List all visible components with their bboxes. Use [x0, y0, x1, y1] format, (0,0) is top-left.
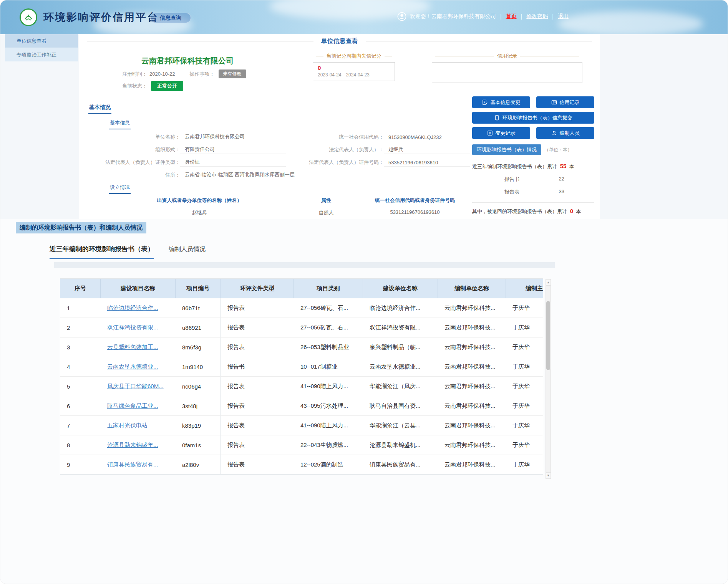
- report-submit-button[interactable]: 环境影响报告书（表）信息提交: [472, 112, 594, 124]
- sidebar-item-unit-info[interactable]: 单位信息查看: [5, 34, 78, 48]
- cell-owner: 云南农垦永德糖业...: [363, 357, 438, 376]
- unit-note: （单位：本）: [544, 147, 572, 153]
- basic-section-title: 基本情况: [88, 104, 111, 114]
- stats-total-value: 55: [560, 163, 567, 169]
- cell-owner: 沧源县勐来锦盛机...: [363, 435, 438, 455]
- cell-seq: 9: [60, 455, 101, 474]
- project-link[interactable]: 镇康县民族贸易有...: [101, 455, 176, 474]
- cell-code: nc06g4: [176, 377, 221, 396]
- page-root: 环境影响评价信用平台 信息查询 欢迎您！云南君邦环保科技有限公司 | 首页 | …: [0, 0, 728, 584]
- separator: |: [500, 13, 502, 20]
- operation-label: 操作事项：: [190, 71, 215, 78]
- cell-agency: 云南君邦环保科技...: [438, 435, 506, 455]
- button-label: 环境影响报告书（表）信息提交: [502, 114, 572, 121]
- tab-recent-reports[interactable]: 近三年编制的环境影响报告书（表）: [50, 245, 154, 259]
- change-record-button[interactable]: 变更记录: [472, 127, 530, 139]
- status-badge: 正常公开: [151, 81, 183, 91]
- cell-doctype: 报告表: [221, 298, 294, 318]
- top-header: 环境影响评价信用平台 信息查询 欢迎您！云南君邦环保科技有限公司 | 首页 | …: [0, 0, 728, 34]
- cell-doctype: 报告表: [221, 455, 294, 474]
- cell-owner: 华能澜沧江（凤庆...: [363, 377, 438, 396]
- field-label: 法定代表人（负责人）：: [286, 146, 384, 154]
- col-header-seq: 序号: [60, 279, 101, 298]
- register-value: 2020-10-22: [149, 71, 175, 77]
- cell-leader: 于庆华: [506, 416, 543, 435]
- cell-code: 1m9140: [176, 357, 221, 376]
- home-link[interactable]: 首页: [506, 13, 517, 20]
- cell-seq: 2: [60, 318, 101, 337]
- cell-code: 3st48j: [176, 396, 221, 415]
- col-header-doctype: 环评文件类型: [221, 279, 294, 298]
- project-link[interactable]: 凤庆县干口华能60M...: [101, 377, 176, 396]
- register-row: 注册时间： 2020-10-22 操作事项： 未有修改: [122, 69, 246, 78]
- stats-book-label: 报告书: [504, 176, 519, 183]
- cell-owner: 临沧边境经济合作...: [363, 298, 438, 318]
- id-card-icon: [551, 99, 557, 105]
- table-row: 1 临沧边境经济合作... 86b71t 报告表 27--056砖瓦、石... …: [60, 298, 543, 318]
- score-box: 0 2023-04-24—2024-04-23: [313, 62, 395, 81]
- logout-link[interactable]: 退出: [558, 13, 569, 20]
- establishment-col-header: 属性: [290, 197, 363, 204]
- field-value-id-number: 533521196706193610: [384, 160, 470, 167]
- info-query-button[interactable]: 信息查询: [150, 13, 191, 23]
- field-value-credit-code: 91530900MA6KLQJ232: [384, 134, 470, 141]
- col-header-category: 项目类别: [294, 279, 363, 298]
- establishment-col-header: 统一社会信用代码或者身份证件号码: [363, 197, 467, 204]
- button-label: 基本信息变更: [491, 99, 521, 106]
- stats-book-value: 22: [559, 176, 564, 183]
- reports-table-header: 序号 建设项目名称 项目编号 环评文件类型 项目类别 建设单位名称 编制单位名称…: [60, 279, 543, 298]
- cell-doctype: 报告表: [221, 396, 294, 415]
- cell-category: 27--056砖瓦、石...: [294, 318, 363, 337]
- project-link[interactable]: 云南农垦永德糖业...: [101, 357, 176, 376]
- tab-basic-info[interactable]: 基本信息: [109, 119, 131, 129]
- field-value-legal-person: 赵继兵: [384, 146, 470, 154]
- cell-doctype: 报告表: [221, 416, 294, 435]
- scrollbar-down-icon[interactable]: ▼: [546, 472, 551, 478]
- scrollbar-up-icon[interactable]: ▲: [546, 280, 551, 286]
- field-value-org-form: 有限责任公司: [180, 146, 286, 154]
- project-link[interactable]: 云县塑料包装加工...: [101, 337, 176, 357]
- separator: |: [552, 13, 554, 20]
- score-period: 2023-04-24—2024-04-23: [318, 72, 390, 78]
- score-panel: 当前记分周期内失信记分 0 2023-04-24—2024-04-23: [313, 53, 395, 81]
- company-name: 云南君邦环保科技有限公司: [141, 56, 234, 66]
- establishment-table: 出资人或者举办单位等的名称（姓名） 属性 统一社会信用代码或者身份证件号码 赵继…: [109, 197, 467, 216]
- project-link[interactable]: 耿马绿色食品工业...: [101, 396, 176, 415]
- project-link[interactable]: 五家村光伏电站: [101, 416, 176, 435]
- cell-category: 27--056砖瓦、石...: [294, 298, 363, 318]
- basic-info-change-button[interactable]: 基本信息变更: [472, 96, 530, 108]
- credit-record-box: [432, 62, 582, 83]
- button-label: 变更记录: [496, 130, 516, 137]
- establishment-section-title: 设立情况: [109, 184, 131, 194]
- change-password-link[interactable]: 修改密码: [526, 13, 548, 20]
- platform-logo-icon: [20, 8, 37, 26]
- action-row: 环境影响报告书（表）信息提交: [472, 112, 594, 124]
- col-header-project: 建设项目名称: [101, 279, 176, 298]
- project-link[interactable]: 临沧边境经济合作...: [101, 298, 176, 318]
- table-scrollbar[interactable]: ▲ ▼: [546, 279, 551, 479]
- cell-seq: 5: [60, 377, 101, 396]
- project-link[interactable]: 双江祥鸿投资有限...: [101, 318, 176, 337]
- cell-seq: 7: [60, 416, 101, 435]
- cell-agency: 云南君邦环保科技...: [438, 357, 506, 376]
- project-link[interactable]: 沧源县勐来锦盛年...: [101, 435, 176, 455]
- table-row: 3 云县塑料包装加工... 8m6f3g 报告表 26--053塑料制品业 泉兴…: [60, 337, 543, 357]
- cell-code: a2l80v: [176, 455, 221, 474]
- score-panel-title: 当前记分周期内失信记分: [313, 53, 395, 60]
- cell-doctype: 报告表: [221, 377, 294, 396]
- staff-button[interactable]: 编制人员: [536, 127, 594, 139]
- credit-record-button[interactable]: 信用记录: [536, 96, 594, 108]
- divider-strip: [54, 262, 555, 268]
- col-header-owner: 建设单位名称: [363, 279, 438, 298]
- sidebar-item-special-rectification[interactable]: 专项整治工作补正: [5, 48, 78, 61]
- field-label: 住所：: [101, 172, 180, 179]
- cell-agency: 云南君邦环保科技...: [438, 377, 506, 396]
- scrollbar-thumb[interactable]: [546, 301, 550, 370]
- stats-form-value: 33: [559, 189, 564, 195]
- tab-staff-info[interactable]: 编制人员情况: [169, 245, 206, 253]
- cell-category: 41--090陆上风力...: [294, 416, 363, 435]
- stats-form-label: 报告表: [504, 189, 519, 195]
- cell-doctype: 报告表: [221, 318, 294, 337]
- col-header-code: 项目编号: [176, 279, 221, 298]
- cell-owner: 华能澜沧江（云县...: [363, 416, 438, 435]
